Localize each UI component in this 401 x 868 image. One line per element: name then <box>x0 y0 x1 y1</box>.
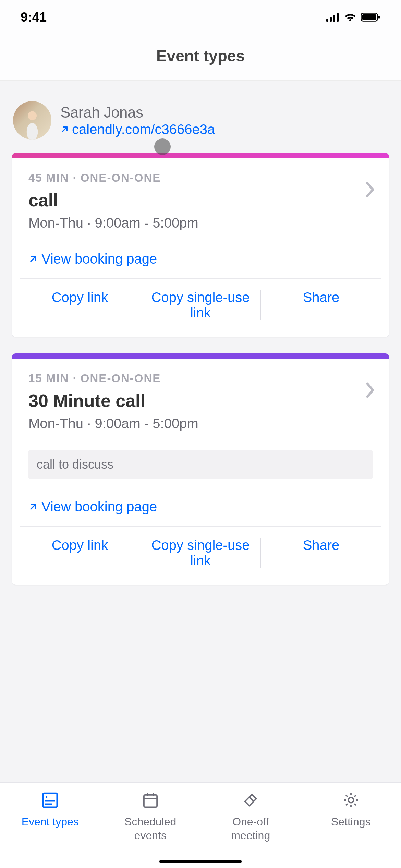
event-schedule: Mon-Thu · 9:00am - 5:00pm <box>28 215 373 231</box>
chevron-right-icon[interactable] <box>364 180 376 200</box>
profile-link[interactable]: calendly.com/c3666e3a <box>60 122 215 137</box>
page-title: Event types <box>0 47 401 65</box>
event-color-strip <box>12 353 389 359</box>
event-card[interactable]: 15 MIN · ONE-ON-ONE 30 Minute call Mon-T… <box>12 353 389 585</box>
tab-label: Scheduled events <box>124 815 176 842</box>
avatar[interactable] <box>13 101 51 140</box>
copy-link-button[interactable]: Copy link <box>20 536 140 570</box>
home-indicator[interactable] <box>159 860 242 863</box>
external-link-icon <box>28 251 38 267</box>
chevron-right-icon[interactable] <box>364 381 376 401</box>
event-types-icon <box>40 790 60 810</box>
tab-bar: Event types Scheduled events One-off mee… <box>0 782 401 868</box>
tab-settings[interactable]: Settings <box>301 790 401 868</box>
share-button[interactable]: Share <box>261 536 381 570</box>
tab-label: One-off meeting <box>231 815 270 842</box>
svg-rect-3 <box>337 13 339 22</box>
ticket-icon <box>241 790 260 810</box>
cellular-signal-icon <box>326 13 340 22</box>
svg-line-9 <box>31 256 36 261</box>
copy-single-use-link-button[interactable]: Copy single-use link <box>140 288 261 322</box>
event-actions: Copy link Copy single-use link Share <box>20 278 381 334</box>
svg-point-12 <box>46 796 48 798</box>
svg-line-10 <box>31 504 36 509</box>
status-indicators <box>326 13 380 22</box>
copy-single-use-link-button[interactable]: Copy single-use link <box>140 536 261 570</box>
tab-scheduled-events[interactable]: Scheduled events <box>100 790 201 868</box>
calendar-icon <box>141 790 160 810</box>
event-title: call <box>28 190 373 210</box>
svg-rect-6 <box>362 14 376 20</box>
svg-rect-2 <box>333 15 335 22</box>
svg-rect-7 <box>378 16 380 19</box>
svg-line-8 <box>63 127 67 132</box>
view-booking-link[interactable]: View booking page <box>28 251 373 267</box>
copy-link-button[interactable]: Copy link <box>20 288 140 322</box>
share-button[interactable]: Share <box>261 288 381 322</box>
svg-point-4 <box>349 19 351 21</box>
event-title: 30 Minute call <box>28 390 373 411</box>
tab-event-types[interactable]: Event types <box>0 790 100 868</box>
view-booking-label: View booking page <box>41 251 157 267</box>
wifi-icon <box>344 13 356 22</box>
svg-rect-0 <box>326 19 328 22</box>
external-link-icon <box>60 125 69 134</box>
status-bar: 9:41 <box>0 0 401 34</box>
svg-point-20 <box>348 797 353 803</box>
external-link-icon <box>28 499 38 515</box>
profile-section[interactable]: Sarah Jonas calendly.com/c3666e3a <box>12 93 389 153</box>
view-booking-label: View booking page <box>41 499 157 515</box>
event-actions: Copy link Copy single-use link Share <box>20 526 381 581</box>
event-schedule: Mon-Thu · 9:00am - 5:00pm <box>28 416 373 431</box>
view-booking-link[interactable]: View booking page <box>28 499 373 515</box>
gear-icon <box>341 790 361 810</box>
event-note: call to discuss <box>28 450 373 479</box>
touch-cursor-icon <box>154 138 171 155</box>
tab-one-off-meeting[interactable]: One-off meeting <box>200 790 301 868</box>
tab-label: Event types <box>22 815 79 829</box>
svg-rect-11 <box>43 793 57 807</box>
profile-name: Sarah Jonas <box>60 104 215 121</box>
profile-url: calendly.com/c3666e3a <box>72 122 215 137</box>
battery-icon <box>361 13 380 22</box>
event-card[interactable]: 45 MIN · ONE-ON-ONE call Mon-Thu · 9:00a… <box>12 153 389 337</box>
svg-rect-15 <box>144 795 157 807</box>
event-meta: 15 MIN · ONE-ON-ONE <box>28 372 373 385</box>
svg-rect-1 <box>330 17 332 22</box>
header: Event types <box>0 34 401 81</box>
event-color-strip <box>12 153 389 158</box>
tab-label: Settings <box>331 815 371 829</box>
event-meta: 45 MIN · ONE-ON-ONE <box>28 171 373 184</box>
status-time: 9:41 <box>21 10 47 25</box>
svg-line-19 <box>249 797 254 801</box>
